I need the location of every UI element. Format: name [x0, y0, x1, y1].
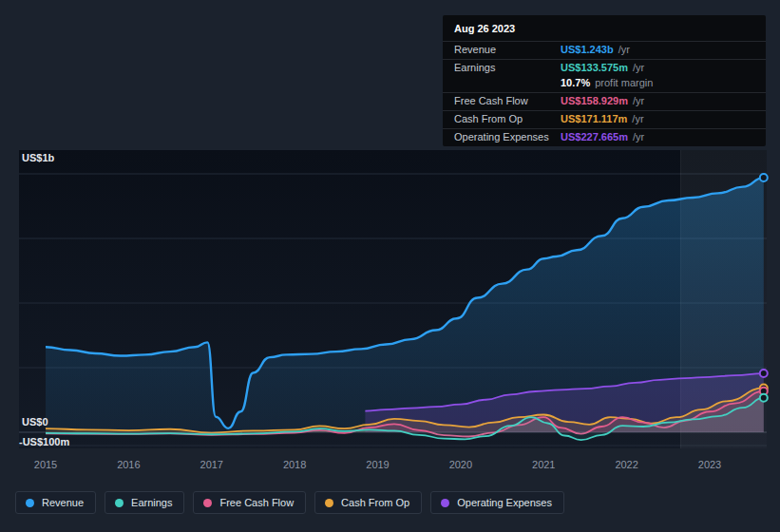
- free-cash-flow-dot-icon: [203, 499, 212, 507]
- x-axis-label-2021: 2021: [532, 459, 555, 470]
- legend-item-earnings[interactable]: Earnings: [105, 491, 184, 514]
- tooltip-label-earnings: Earnings: [454, 62, 561, 74]
- tooltip-date: Aug 26 2023: [443, 15, 766, 41]
- tooltip-row-operating-expenses: Operating Expenses US$227.665m/yr: [443, 128, 766, 146]
- y-axis-label-1b: US$1b: [22, 152, 54, 163]
- legend-label-operating-expenses: Operating Expenses: [457, 497, 552, 508]
- tooltip-value-earnings: US$133.575m/yr 10.7%profit margin: [561, 62, 653, 89]
- x-axis-label-2015: 2015: [34, 459, 57, 470]
- financials-history-chart[interactable]: [0, 150, 780, 454]
- x-axis-label-2023: 2023: [698, 459, 721, 470]
- tooltip-label-free-cash-flow: Free Cash Flow: [454, 95, 561, 107]
- y-axis-label-neg100m: -US$100m: [19, 436, 69, 447]
- tooltip-value-free-cash-flow: US$158.929m/yr: [561, 95, 644, 107]
- y-axis-label-0: US$0: [22, 416, 48, 428]
- legend-label-free-cash-flow: Free Cash Flow: [219, 497, 294, 508]
- tooltip-row-free-cash-flow: Free Cash Flow US$158.929m/yr: [443, 92, 766, 110]
- x-axis-label-2018: 2018: [283, 459, 306, 470]
- x-axis-label-2020: 2020: [449, 459, 472, 470]
- legend-item-cash-from-op[interactable]: Cash From Op: [314, 491, 422, 514]
- x-axis: 2015 2016 2017 2018 2019 2020 2021 2022 …: [0, 459, 780, 472]
- chart-canvas[interactable]: [0, 150, 780, 454]
- operating-expenses-dot-icon: [441, 499, 449, 507]
- revenue-dot-icon: [26, 499, 34, 507]
- tooltip-label-operating-expenses: Operating Expenses: [454, 131, 561, 143]
- x-axis-label-2019: 2019: [366, 459, 389, 470]
- legend-label-revenue: Revenue: [42, 497, 84, 508]
- tooltip-row-cash-from-op: Cash From Op US$171.117m/yr: [443, 110, 766, 128]
- cash-from-op-dot-icon: [325, 499, 333, 507]
- legend-label-earnings: Earnings: [131, 497, 172, 508]
- tooltip-label-revenue: Revenue: [454, 44, 561, 56]
- x-axis-label-2017: 2017: [200, 459, 223, 470]
- chart-tooltip: Aug 26 2023 Revenue US$1.243b/yr Earning…: [443, 15, 766, 146]
- chart-legend: Revenue Earnings Free Cash Flow Cash Fro…: [15, 491, 564, 514]
- earnings-dot-icon: [115, 499, 124, 507]
- tooltip-value-operating-expenses: US$227.665m/yr: [561, 131, 644, 143]
- legend-item-free-cash-flow[interactable]: Free Cash Flow: [193, 491, 306, 514]
- financials-chart-page: { "colors": { "revenue": "#2ea0f2", "ear…: [0, 0, 780, 532]
- tooltip-value-cash-from-op: US$171.117m/yr: [561, 113, 644, 125]
- tooltip-row-earnings: Earnings US$133.575m/yr 10.7%profit marg…: [443, 59, 766, 92]
- legend-item-revenue[interactable]: Revenue: [15, 491, 96, 514]
- legend-label-cash-from-op: Cash From Op: [341, 497, 409, 508]
- legend-item-operating-expenses[interactable]: Operating Expenses: [430, 491, 564, 514]
- tooltip-row-revenue: Revenue US$1.243b/yr: [443, 41, 766, 59]
- profit-margin: 10.7%profit margin: [561, 77, 653, 89]
- tooltip-value-revenue: US$1.243b/yr: [561, 44, 630, 56]
- x-axis-label-2016: 2016: [117, 459, 140, 470]
- tooltip-label-cash-from-op: Cash From Op: [454, 113, 561, 125]
- x-axis-label-2022: 2022: [615, 459, 637, 470]
